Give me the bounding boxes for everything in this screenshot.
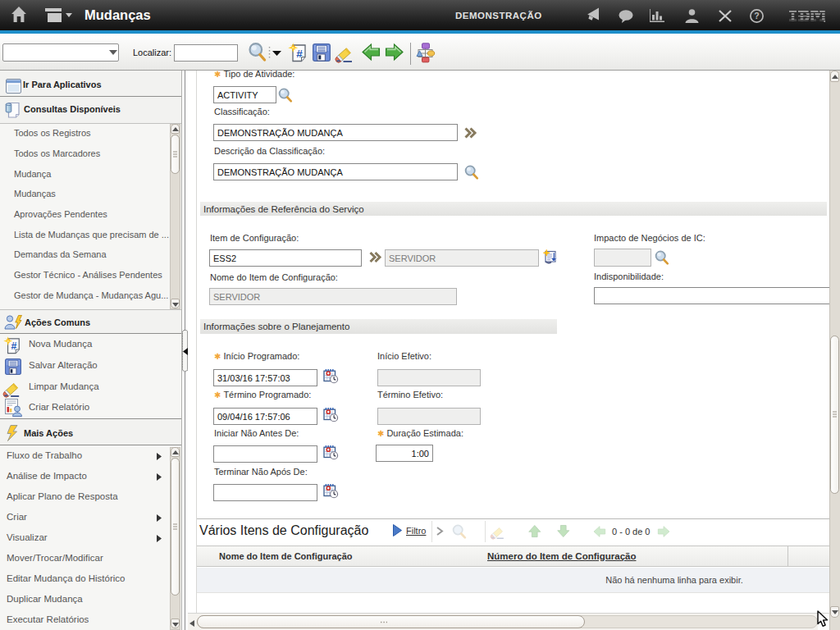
svg-text:#: # — [11, 340, 16, 352]
svg-text:?: ? — [754, 11, 759, 21]
svg-text:#: # — [296, 48, 303, 60]
